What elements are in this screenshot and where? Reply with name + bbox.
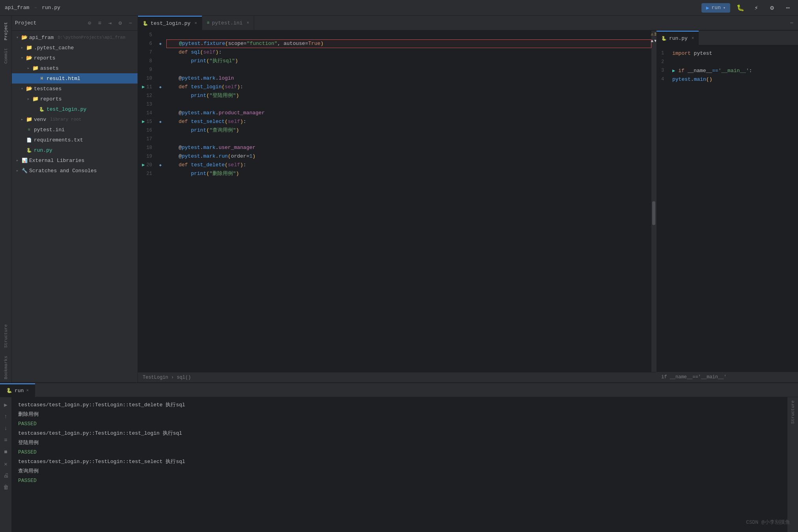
tab-more-button[interactable]: ⋯ — [785, 20, 798, 26]
tab-run-py[interactable]: 🐍 run.py × — [657, 31, 699, 45]
tab-pytest-ini-close[interactable]: × — [247, 20, 249, 25]
tab-test-login[interactable]: 🐍 test_login.py × — [138, 16, 202, 30]
code-line-20: def test_delete(self): — [166, 161, 651, 169]
bottom-toolbar: ▶ ↑ ↓ ≡ ■ ✕ 🖨 🗑 — [0, 397, 12, 532]
wrap-btn[interactable]: ≡ — [2, 436, 10, 445]
minimize-btn[interactable]: − — [126, 19, 134, 27]
tree-item-scratches[interactable]: 🔧 Scratches and Consoles — [12, 166, 138, 176]
scroll-down-btn[interactable]: ↓ — [2, 424, 10, 433]
project-name: api_fram — [5, 5, 29, 11]
run-again-btn[interactable]: ▶ — [2, 400, 10, 409]
line-14: 14 — [138, 109, 154, 117]
code-line-8: print("执行sql") — [166, 57, 651, 65]
main-layout: Project Commit Structure Bookmarks Proje… — [0, 16, 798, 382]
scroll-up-btn[interactable]: ↑ — [2, 412, 10, 421]
sidebar-tab-project[interactable]: Project — [2, 19, 10, 43]
tree-label-run-py: run.py — [34, 147, 52, 153]
console-line-5: 登陆用例 — [18, 438, 781, 448]
panel-controls: ⊙ ≡ ⇥ ⚙ − — [86, 19, 134, 27]
warning-count: 3 — [654, 32, 656, 37]
side-label-structure[interactable]: Structure — [790, 397, 796, 427]
tree-item-requirements[interactable]: 📄 requirements.txt — [12, 135, 138, 145]
settings-button[interactable]: ⚙ — [766, 2, 778, 13]
console-line-6: PASSED — [18, 448, 781, 457]
py-icon-run: 🐍 — [26, 147, 32, 153]
tree-label-scratches: Scratches and Consoles — [29, 168, 97, 174]
locate-btn[interactable]: ⊙ — [86, 19, 93, 27]
tree-label-assets: assets — [40, 65, 59, 71]
debug-button[interactable]: 🐛 — [735, 2, 746, 13]
bottom-tab-run-close[interactable]: × — [26, 388, 29, 393]
tab-run-py-close[interactable]: × — [692, 36, 694, 41]
folder-icon-reports — [26, 55, 32, 61]
right-line-1: 1 import pytest — [661, 49, 793, 58]
code-line-12: print("登陆用例") — [166, 91, 651, 100]
tree-item-pytest-cache[interactable]: .pytest_cache — [12, 43, 138, 53]
tree-item-pytest-ini[interactable]: ≡ pytest.ini — [12, 125, 138, 135]
chevron-scratches — [15, 168, 20, 173]
scroll-thumb[interactable] — [652, 201, 655, 225]
code-line-13 — [166, 100, 651, 109]
tree-item-venv[interactable]: venv library root — [12, 114, 138, 125]
tree-item-reports-nested[interactable]: reports — [12, 94, 138, 104]
code-content[interactable]: @pytest.fixture(scope="function", autous… — [163, 31, 651, 372]
ini-icon-pytest: ≡ — [26, 126, 32, 133]
tree-item-assets[interactable]: assets — [12, 63, 138, 73]
tree-item-testcases[interactable]: testcases — [12, 84, 138, 94]
editor-split: 5 6 7 8 9 10 ▶11 12 13 14 ▶15 — [138, 31, 798, 382]
code-scroll: 5 6 7 8 9 10 ▶11 12 13 14 ▶15 — [138, 31, 656, 372]
sidebar-tab-structure[interactable]: Structure — [2, 321, 10, 351]
code-line-6: @pytest.fixture(scope="function", autous… — [166, 39, 651, 48]
left-side-tabs: Project Commit Structure Bookmarks — [0, 16, 12, 382]
profile-button[interactable]: ⚡ — [751, 2, 762, 13]
tab-pytest-ini[interactable]: ≡ pytest.ini × — [202, 16, 254, 30]
scratches-icon: 🔧 — [21, 167, 28, 174]
ext-libs-icon: 📊 — [21, 157, 28, 164]
bottom-tab-run[interactable]: 🐍 run × — [0, 383, 35, 397]
stop-btn[interactable]: ■ — [2, 448, 10, 456]
print-btn[interactable]: 🖨 — [2, 471, 10, 480]
scroll-track[interactable]: ⚠ 3 ▲ ▼ — [651, 31, 656, 372]
code-line-11: def test_login(self): — [166, 83, 651, 91]
console-line-3: PASSED — [18, 419, 781, 429]
line-10: 10 — [138, 74, 154, 83]
more-button[interactable]: ⋯ — [782, 2, 793, 13]
watermark: CSDN @小李别摸鱼 — [746, 519, 790, 526]
tree-item-ext-libs[interactable]: 📊 External Libraries — [12, 155, 138, 166]
tree-label-result-html: result.html — [47, 76, 80, 82]
chevron-venv — [20, 117, 24, 122]
py-icon-test-login: 🐍 — [39, 106, 45, 112]
close-panel-btn[interactable]: ✕ — [2, 459, 10, 468]
collapse-all-btn[interactable]: ⇥ — [106, 19, 114, 27]
right-breadcrumb-text: if __name__=='__main__' — [661, 374, 727, 380]
project-panel: Project ⊙ ≡ ⇥ ⚙ − api_fram D:\pythonProj… — [12, 16, 138, 382]
tree-item-run-py[interactable]: 🐍 run.py — [12, 145, 138, 155]
sidebar-tab-bookmarks[interactable]: Bookmarks — [2, 353, 10, 382]
tab-pytest-ini-label: pytest.ini — [212, 20, 243, 26]
bottom-content: ▶ ↑ ↓ ≡ ■ ✕ 🖨 🗑 testcases/test_login.py:… — [0, 397, 798, 532]
run-button[interactable]: ▶ run ▾ — [701, 3, 730, 13]
tree-root[interactable]: api_fram D:\pythonProjects\api_fram — [12, 32, 138, 43]
tab-py-icon: 🐍 — [143, 21, 148, 26]
code-line-7: def sql(self): — [166, 48, 651, 57]
sidebar-tab-commit[interactable]: Commit — [2, 45, 10, 67]
code-line-21: print("删除用例") — [166, 169, 651, 178]
run-arrow-11: ▶ — [142, 83, 145, 91]
expand-all-btn[interactable]: ≡ — [96, 19, 104, 27]
tree-label-reports-nested: reports — [40, 96, 62, 102]
tree-item-result-html[interactable]: H result.html — [12, 73, 138, 84]
line-5: 5 — [138, 31, 154, 39]
clear-btn[interactable]: 🗑 — [2, 483, 10, 492]
run-arrow-right-3: ▶ — [672, 68, 675, 74]
panel-title: Project — [15, 20, 37, 26]
tab-test-login-close[interactable]: × — [194, 21, 197, 26]
gear-icon[interactable]: ⚙ — [116, 19, 124, 27]
tree-item-test-login[interactable]: 🐍 test_login.py — [12, 104, 138, 114]
code-line-15: def test_select(self): — [166, 117, 651, 126]
line-8: 8 — [138, 57, 154, 65]
right-code-content[interactable]: 1 import pytest 2 3 ▶ if __name__=='__ma… — [657, 46, 798, 372]
line-6: 6 — [138, 39, 154, 48]
tree-label-requirements: requirements.txt — [34, 137, 83, 143]
tree-item-reports[interactable]: reports — [12, 53, 138, 63]
run-icon: ▶ — [706, 5, 709, 11]
